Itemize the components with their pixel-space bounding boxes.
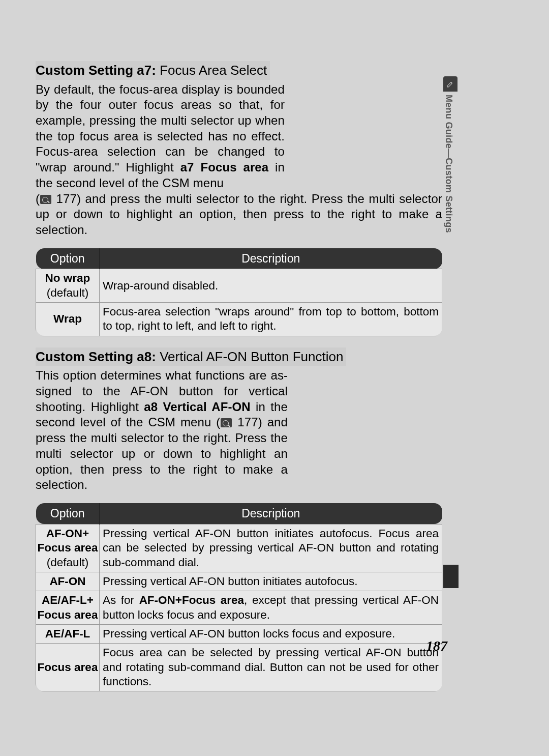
thumb-index-marker	[443, 565, 459, 588]
a7-col-option: Option	[36, 248, 100, 269]
page-number: 187	[426, 638, 447, 654]
a7-options-table: Option Description No wrap(default) Wrap…	[36, 248, 442, 336]
heading-a8: Custom Setting a8: Vertical AF-ON Button…	[36, 347, 346, 366]
a8-options-table: Option Description AF-ON+ Focus area (de…	[36, 503, 442, 691]
a8-col-desc: Description	[100, 503, 442, 524]
table-row: Focus area Focus area can be selected by…	[36, 644, 442, 691]
a7-paragraph-narrow: By default, the focus-area display is bo…	[36, 82, 285, 191]
a7-col-desc: Description	[100, 248, 442, 269]
table-row: AF-ON+ Focus area (default) Pressing ver…	[36, 524, 442, 572]
a8-col-option: Option	[36, 503, 100, 524]
table-row: AF-ON Pressing vertical AF-ON button ini…	[36, 572, 442, 591]
table-row: No wrap(default) Wrap-around disabled.	[36, 269, 442, 303]
side-tab-label: Menu Guide—Custom Settings	[443, 92, 454, 233]
heading-a7: Custom Setting a7: Focus Area Select	[36, 61, 270, 80]
a7-paragraph-full: ( 177) and press the multi selector to t…	[36, 191, 442, 238]
table-row: AE/AF-L+ Focus area As for AF-ON+Focus a…	[36, 591, 442, 625]
table-row: AE/AF-L Pressing vertical AF-ON button l…	[36, 624, 442, 643]
page-ref-icon	[40, 195, 51, 204]
pencil-icon	[443, 76, 458, 92]
page-ref-icon	[221, 418, 232, 427]
a8-paragraph: This option determines what functions ar…	[36, 368, 288, 493]
table-row: Wrap Focus-area selection "wraps around"…	[36, 303, 442, 336]
side-tab: Menu Guide—Custom Settings	[443, 76, 458, 233]
